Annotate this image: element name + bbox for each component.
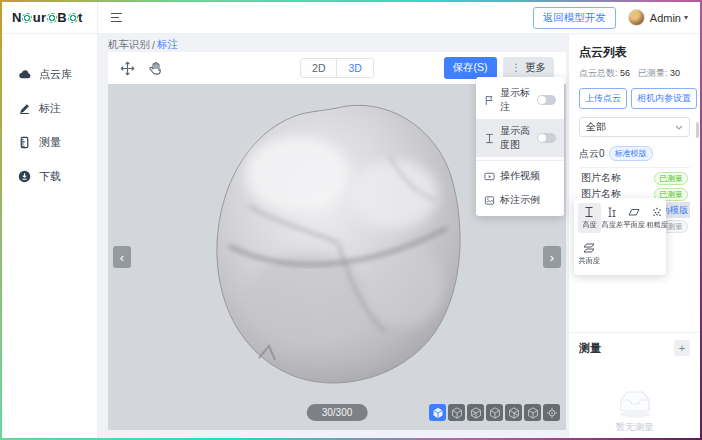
mode-3d-button[interactable]: 3D xyxy=(337,59,373,77)
cube-outline-icon xyxy=(451,407,463,419)
prev-cloud-button[interactable]: ‹ xyxy=(113,246,131,268)
main-column: 机车识别 / 标注 2D 3D 保存(S) ⋮更多 xyxy=(98,34,568,438)
height-map-icon xyxy=(484,133,495,144)
back-to-model-dev-button[interactable]: 返回模型开发 xyxy=(533,7,616,29)
logo-text: ur xyxy=(33,10,47,25)
flatness-tool-icon xyxy=(628,206,640,218)
measured-badge: 已测量 xyxy=(654,172,688,185)
more-button[interactable]: ⋮更多 xyxy=(503,57,555,79)
scrollbar-thumb[interactable] xyxy=(696,122,699,138)
upload-pointcloud-button[interactable]: 上传点云 xyxy=(579,88,627,109)
collapse-menu-icon[interactable] xyxy=(110,12,123,23)
sidebar: NurBt 点云库 标注 测量 下载 xyxy=(2,2,98,438)
tool-flatness[interactable]: 平面度 xyxy=(623,203,646,233)
view-left-button[interactable] xyxy=(486,404,503,421)
save-button[interactable]: 保存(S) xyxy=(444,57,497,79)
screenshot-frame: NurBt 点云库 标注 测量 下载 返回模型开发 xyxy=(0,0,702,440)
frame-counter: 30/300 xyxy=(307,404,368,421)
view-right-button[interactable] xyxy=(505,404,522,421)
toolbar-actions: 保存(S) ⋮更多 xyxy=(444,57,555,79)
ruler-icon xyxy=(18,136,31,149)
sidebar-nav: 点云库 标注 测量 下载 xyxy=(2,34,97,189)
menu-item-show-annotation[interactable]: 显示标注 xyxy=(476,81,564,119)
menu-item-label: 操作视频 xyxy=(500,169,556,183)
view-back-button[interactable] xyxy=(467,404,484,421)
tool-coplanarity[interactable]: 共面度 xyxy=(578,239,601,269)
video-icon xyxy=(484,171,495,182)
tool-height[interactable]: 高度 xyxy=(578,203,601,233)
sidebar-item-pointcloud-library[interactable]: 点云库 xyxy=(2,62,97,87)
chevron-down-icon xyxy=(675,125,683,130)
sidebar-item-label: 测量 xyxy=(39,135,61,150)
camera-intrinsics-button[interactable]: 相机内参设置 xyxy=(631,88,697,109)
tool-height-diff[interactable]: 高度差 xyxy=(601,203,624,233)
menu-item-show-heightmap[interactable]: 显示高度图 xyxy=(476,119,564,157)
chevron-left-icon: ‹ xyxy=(120,250,124,265)
menu-item-label: 显示高度图 xyxy=(500,124,532,152)
add-measurement-button[interactable]: + xyxy=(674,340,690,356)
view-top-button[interactable] xyxy=(524,404,541,421)
pan-move-icon[interactable] xyxy=(120,61,135,76)
cube-outline-icon xyxy=(470,407,482,419)
measure-section-header: 测量 + xyxy=(569,332,700,362)
tool-label: 平面度 xyxy=(624,220,645,230)
show-annotation-toggle[interactable] xyxy=(537,95,556,105)
menu-item-tutorial-video[interactable]: 操作视频 xyxy=(476,164,564,188)
menu-item-label: 显示标注 xyxy=(500,86,532,114)
download-icon xyxy=(18,170,31,183)
cube-solid-icon xyxy=(432,407,444,419)
breadcrumb-parent[interactable]: 机车识别 xyxy=(108,38,150,52)
view-mode-switch: 2D 3D xyxy=(300,58,374,78)
pointcloud-name: 点云0 xyxy=(579,147,605,161)
measure-tool-palette: 高度 高度差 平面度 粗糙度 xyxy=(574,198,666,275)
tooth-3d-model[interactable] xyxy=(189,96,485,402)
cloud-icon xyxy=(18,68,31,81)
measure-section-title: 测量 xyxy=(579,341,601,356)
sidebar-item-annotate[interactable]: 标注 xyxy=(2,96,97,121)
image-example-icon xyxy=(484,195,495,206)
gear-icon xyxy=(22,13,32,23)
chevron-right-icon: › xyxy=(550,250,554,265)
hand-drag-icon[interactable] xyxy=(148,61,163,76)
measured-label: 已测量: xyxy=(638,68,668,78)
cube-outline-icon xyxy=(508,407,520,419)
vertical-dots-icon: ⋮ xyxy=(511,61,522,73)
more-button-label: 更多 xyxy=(525,61,546,73)
pointcloud-item[interactable]: 点云0 标准模版 xyxy=(579,144,690,168)
measured-value: 30 xyxy=(670,68,680,78)
mode-2d-button[interactable]: 2D xyxy=(301,59,336,77)
view-iso-button[interactable] xyxy=(429,404,446,421)
height-tool-icon xyxy=(583,206,595,218)
avatar[interactable] xyxy=(628,9,645,26)
breadcrumb-separator: / xyxy=(152,39,155,51)
view-orientation-bar xyxy=(429,404,560,421)
image-list-item[interactable]: 图片名称 已测量 xyxy=(579,170,690,186)
chevron-down-icon[interactable]: ▾ xyxy=(684,13,688,22)
gear-icon xyxy=(68,13,78,23)
pen-icon xyxy=(18,102,31,115)
template-tag: 标准模版 xyxy=(609,146,653,161)
filter-value: 全部 xyxy=(586,120,606,134)
sidebar-item-label: 点云库 xyxy=(39,67,72,82)
breadcrumb: 机车识别 / 标注 xyxy=(108,34,566,52)
plus-icon: + xyxy=(679,342,685,354)
next-cloud-button[interactable]: › xyxy=(543,246,561,268)
cube-outline-icon xyxy=(489,407,501,419)
sidebar-item-download[interactable]: 下载 xyxy=(2,164,97,189)
tool-label: 共面度 xyxy=(579,256,600,266)
sidebar-item-measure[interactable]: 测量 xyxy=(2,130,97,155)
panel-title: 点云列表 xyxy=(579,44,690,61)
show-heightmap-toggle[interactable] xyxy=(537,133,556,143)
tool-roughness[interactable]: 粗糙度 xyxy=(646,203,669,233)
tool-label: 高度差 xyxy=(601,220,622,230)
filter-select[interactable]: 全部 xyxy=(579,117,690,137)
content-row: 机车识别 / 标注 2D 3D 保存(S) ⋮更多 xyxy=(98,34,700,438)
flag-icon xyxy=(484,95,495,106)
user-name[interactable]: Admin xyxy=(650,12,681,24)
top-header: 返回模型开发 Admin ▾ xyxy=(98,2,700,34)
empty-state-text: 暂无测量 xyxy=(616,421,654,434)
view-front-button[interactable] xyxy=(448,404,465,421)
menu-item-annotation-example[interactable]: 标注示例 xyxy=(476,188,564,212)
sidebar-item-label: 下载 xyxy=(39,169,61,184)
recenter-button[interactable] xyxy=(543,404,560,421)
